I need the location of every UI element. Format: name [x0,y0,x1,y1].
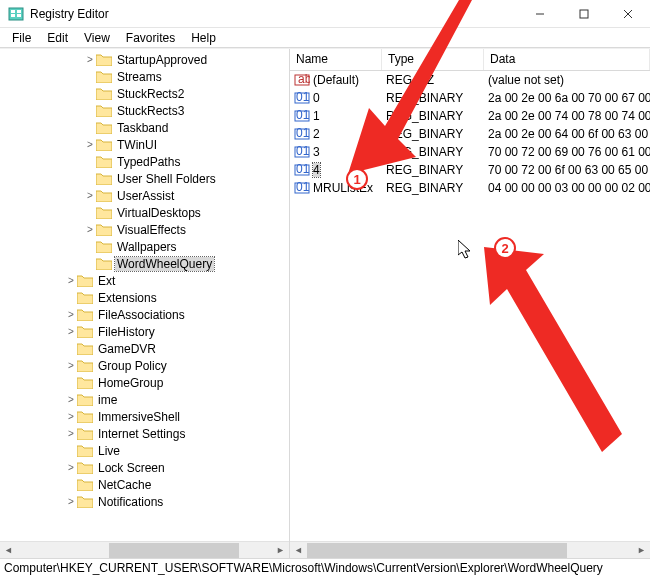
list-row[interactable]: 0113REG_BINARY70 00 72 00 69 00 76 00 61… [290,143,650,161]
tree-item[interactable]: >ime [2,391,289,408]
tree-pane: >StartupApprovedStreamsStuckRects2StuckR… [0,49,290,558]
menu-edit[interactable]: Edit [39,29,76,47]
col-name[interactable]: Name [290,49,382,70]
list-row[interactable]: 0111REG_BINARY2a 00 2e 00 74 00 78 00 74… [290,107,650,125]
menu-file[interactable]: File [4,29,39,47]
tree-item[interactable]: Taskband [2,119,289,136]
tree-item[interactable]: >TWinUI [2,136,289,153]
list-hscrollbar[interactable]: ◄► [290,541,650,558]
tree-item-label: User Shell Folders [115,172,218,186]
tree-item[interactable]: >FileAssociations [2,306,289,323]
close-button[interactable] [606,0,650,28]
tree-item[interactable]: User Shell Folders [2,170,289,187]
tree-item-label: FileAssociations [96,308,187,322]
value-data: 70 00 72 00 69 00 76 00 61 00 74 00 [484,145,650,159]
folder-icon [96,189,112,203]
tree-item[interactable]: StuckRects3 [2,102,289,119]
value-name: (Default) [313,73,359,87]
tree-hscrollbar[interactable]: ◄► [0,541,289,558]
tree-item[interactable]: VirtualDesktops [2,204,289,221]
tree-item[interactable]: Live [2,442,289,459]
expander-icon[interactable]: > [65,360,77,371]
value-name: 3 [313,145,320,159]
tree-item[interactable]: StuckRects2 [2,85,289,102]
col-data[interactable]: Data [484,49,650,70]
expander-icon[interactable]: > [84,190,96,201]
tree-item[interactable]: Wallpapers [2,238,289,255]
window-title: Registry Editor [30,7,518,21]
expander-icon[interactable]: > [65,326,77,337]
svg-rect-4 [17,14,21,17]
minimize-button[interactable] [518,0,562,28]
expander-icon[interactable]: > [65,309,77,320]
folder-icon [96,87,112,101]
expander-icon[interactable]: > [84,224,96,235]
expander-icon[interactable]: > [84,139,96,150]
folder-icon [96,240,112,254]
col-type[interactable]: Type [382,49,484,70]
status-bar: Computer\HKEY_CURRENT_USER\SOFTWARE\Micr… [0,558,650,579]
list-header: Name Type Data [290,49,650,71]
tree-item[interactable]: >FileHistory [2,323,289,340]
folder-icon [77,427,93,441]
tree-item[interactable]: TypedPaths [2,153,289,170]
menu-view[interactable]: View [76,29,118,47]
list-row[interactable]: ab(Default)REG_SZ(value not set) [290,71,650,89]
registry-tree[interactable]: >StartupApprovedStreamsStuckRects2StuckR… [0,49,289,558]
tree-item-label: Ext [96,274,117,288]
tree-item[interactable]: Extensions [2,289,289,306]
tree-item[interactable]: >Lock Screen [2,459,289,476]
folder-icon [77,478,93,492]
expander-icon[interactable]: > [84,54,96,65]
expander-icon[interactable]: > [65,275,77,286]
folder-icon [96,53,112,67]
tree-item[interactable]: NetCache [2,476,289,493]
value-data: 2a 00 2e 00 64 00 6f 00 63 00 00 00 [484,127,650,141]
menu-favorites[interactable]: Favorites [118,29,183,47]
list-row[interactable]: 0114REG_BINARY70 00 72 00 6f 00 63 00 65… [290,161,650,179]
maximize-button[interactable] [562,0,606,28]
folder-icon [96,104,112,118]
tree-item-label: GameDVR [96,342,158,356]
expander-icon[interactable]: > [65,428,77,439]
tree-item[interactable]: >StartupApproved [2,51,289,68]
expander-icon[interactable]: > [65,394,77,405]
folder-icon [77,393,93,407]
tree-item[interactable]: Streams [2,68,289,85]
value-type: REG_BINARY [382,181,484,195]
value-name: 2 [313,127,320,141]
menu-help[interactable]: Help [183,29,224,47]
value-type: REG_BINARY [382,145,484,159]
list-row[interactable]: 0110REG_BINARY2a 00 2e 00 6a 00 70 00 67… [290,89,650,107]
tree-item[interactable]: >Internet Settings [2,425,289,442]
list-row[interactable]: 0112REG_BINARY2a 00 2e 00 64 00 6f 00 63… [290,125,650,143]
folder-icon [77,376,93,390]
tree-item[interactable]: >Group Policy [2,357,289,374]
folder-icon [77,359,93,373]
tree-item[interactable]: >Notifications [2,493,289,510]
tree-item-label: Extensions [96,291,159,305]
expander-icon[interactable]: > [65,411,77,422]
svg-rect-1 [11,10,15,13]
tree-item[interactable]: >VisualEffects [2,221,289,238]
tree-item[interactable]: WordWheelQuery [2,255,289,272]
svg-text:011: 011 [296,162,310,176]
list-row[interactable]: 011MRUListExREG_BINARY04 00 00 00 03 00 … [290,179,650,197]
svg-text:011: 011 [296,144,310,158]
value-type-icon: 011 [294,126,310,142]
tree-item-label: Wallpapers [115,240,179,254]
tree-item[interactable]: >UserAssist [2,187,289,204]
expander-icon[interactable]: > [65,462,77,473]
expander-icon[interactable]: > [65,496,77,507]
value-type: REG_BINARY [382,127,484,141]
tree-item[interactable]: GameDVR [2,340,289,357]
tree-item[interactable]: >Ext [2,272,289,289]
tree-item-label: UserAssist [115,189,176,203]
tree-item[interactable]: >ImmersiveShell [2,408,289,425]
tree-item[interactable]: HomeGroup [2,374,289,391]
folder-icon [96,155,112,169]
value-list[interactable]: ab(Default)REG_SZ(value not set)0110REG_… [290,71,650,197]
folder-icon [77,325,93,339]
menubar: File Edit View Favorites Help [0,28,650,48]
value-data: (value not set) [484,73,650,87]
